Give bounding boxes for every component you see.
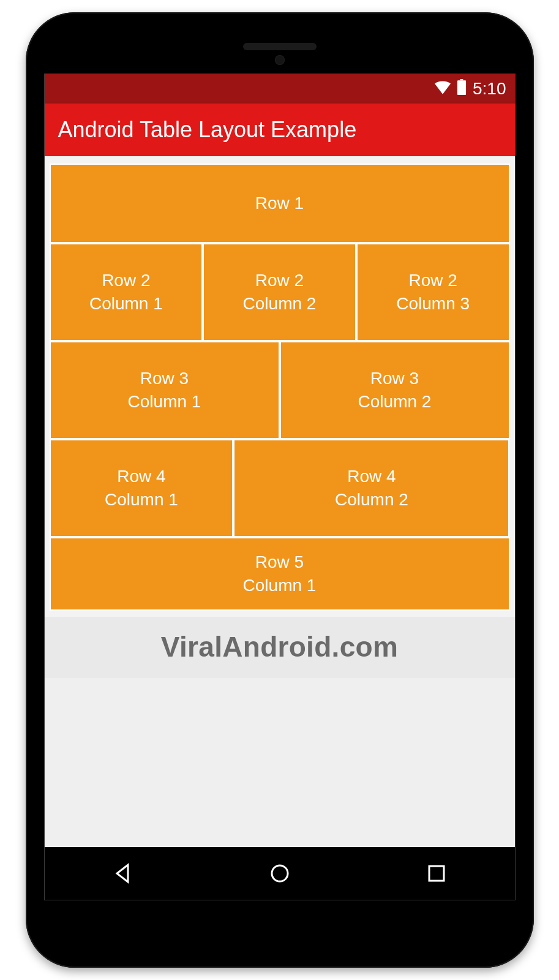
cell-r2c3: Row 2 Column 3 — [356, 243, 510, 341]
screen: 5:10 Android Table Layout Example Row 1 … — [44, 74, 516, 900]
back-icon[interactable] — [110, 860, 137, 887]
table-row: Row 2 Column 1 Row 2 Column 2 Row 2 Colu… — [50, 243, 510, 341]
svg-rect-3 — [429, 866, 444, 881]
app-bar: Android Table Layout Example — [45, 104, 515, 156]
svg-rect-1 — [457, 80, 466, 95]
clock-text: 5:10 — [473, 79, 506, 99]
cell-r2c1: Row 2 Column 1 — [50, 243, 203, 341]
content-area: Row 1 Row 2 Column 1 Row 2 Column 2 Row … — [45, 156, 515, 847]
cell-r2c2: Row 2 Column 2 — [203, 243, 356, 341]
app-title: Android Table Layout Example — [58, 117, 357, 142]
table-layout: Row 1 Row 2 Column 1 Row 2 Column 2 Row … — [45, 156, 515, 617]
cell-r3c1: Row 3 Column 1 — [50, 341, 280, 439]
battery-icon — [457, 79, 467, 99]
cell-r5c1: Row 5 Column 1 — [50, 537, 510, 611]
cell-r1c1: Row 1 — [50, 164, 510, 243]
table-row: Row 4 Column 1 Row 4 Column 2 — [50, 439, 510, 537]
phone-frame: 5:10 Android Table Layout Example Row 1 … — [26, 12, 534, 968]
status-bar: 5:10 — [45, 74, 515, 104]
table-row: Row 1 — [50, 164, 510, 243]
svg-rect-0 — [460, 79, 463, 80]
brand-text: ViralAndroid.com — [161, 631, 398, 663]
cell-r3c2: Row 3 Column 2 — [280, 341, 510, 439]
recent-apps-icon[interactable] — [423, 860, 450, 887]
svg-point-2 — [272, 865, 288, 881]
wifi-icon — [435, 80, 451, 99]
table-row: Row 3 Column 1 Row 3 Column 2 — [50, 341, 510, 439]
cell-r4c1: Row 4 Column 1 — [50, 439, 234, 537]
cell-r4c2: Row 4 Column 2 — [233, 439, 509, 537]
brand-footer: ViralAndroid.com — [45, 617, 515, 678]
home-icon[interactable] — [266, 860, 293, 887]
table-row: Row 5 Column 1 — [50, 537, 510, 611]
canvas: 5:10 Android Table Layout Example Row 1 … — [0, 0, 559, 980]
android-nav-bar — [45, 847, 515, 900]
